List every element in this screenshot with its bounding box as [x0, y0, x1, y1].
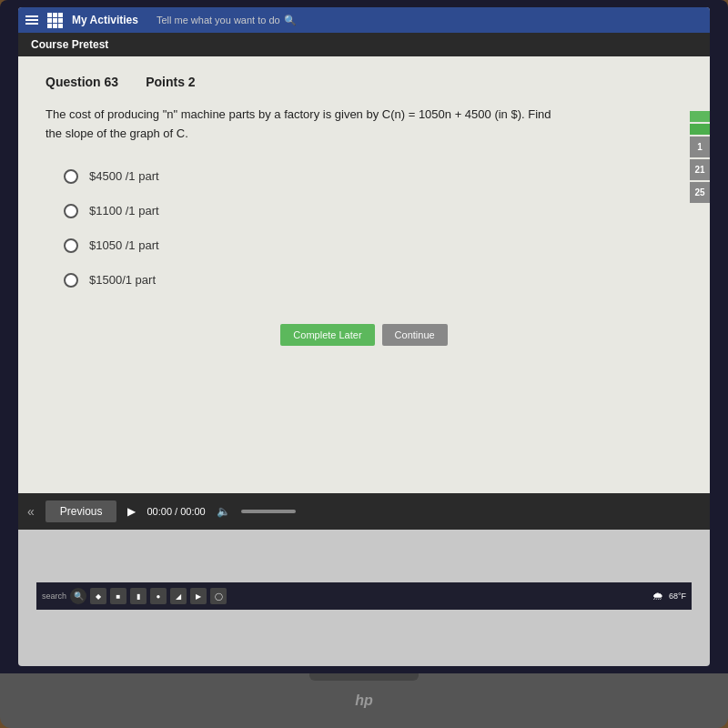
weather-icon: 🌧	[652, 590, 663, 602]
hamburger-icon[interactable]	[25, 15, 38, 25]
taskbar-icon-6[interactable]: ▶	[190, 588, 207, 604]
grid-icon[interactable]	[47, 13, 63, 28]
taskbar-icon-3[interactable]: ▮	[130, 588, 147, 604]
taskbar-icon-4[interactable]: ●	[150, 588, 167, 604]
radio-3[interactable]	[64, 238, 78, 253]
side-btn-green1[interactable]	[690, 111, 710, 122]
continue-button[interactable]: Continue	[382, 324, 448, 346]
progress-bar[interactable]	[241, 510, 296, 513]
side-btn-1[interactable]: 1	[690, 136, 710, 157]
radio-2[interactable]	[64, 204, 78, 218]
time-display: 00:00 / 00:00	[147, 506, 205, 517]
bottom-nav: « Previous ▶ 00:00 / 00:00 🔈	[18, 493, 710, 530]
option-2[interactable]: $1100 /1 part	[64, 204, 682, 218]
question-meta: Question 63 Points 2	[46, 75, 682, 89]
previous-button[interactable]: Previous	[46, 500, 117, 522]
taskbar-right: 🌧 68°F	[652, 590, 686, 602]
taskbar-icon-7[interactable]: ◯	[210, 588, 227, 604]
complete-later-button[interactable]: Complete Later	[280, 324, 374, 346]
taskbar-icon-1[interactable]: ◆	[90, 588, 106, 604]
question-points: Points 2	[146, 75, 195, 89]
option-4-text: $1500/1 part	[89, 273, 156, 287]
search-placeholder: Tell me what you want to do	[157, 15, 280, 25]
top-bar: My Activities Tell me what you want to d…	[18, 7, 710, 33]
question-number: Question 63	[46, 75, 118, 89]
course-title: Course Pretest	[31, 38, 108, 51]
option-3-text: $1050 /1 part	[89, 238, 159, 252]
radio-1[interactable]	[64, 169, 78, 184]
play-icon[interactable]: ▶	[127, 505, 136, 518]
laptop-bottom: hp	[0, 673, 728, 728]
side-buttons: 1 21 25	[690, 111, 710, 203]
nav-arrows-icon: «	[27, 504, 35, 519]
search-icon[interactable]: 🔍	[284, 15, 297, 26]
answer-options: $4500 /1 part $1100 /1 part $1050 /1 par…	[64, 169, 682, 288]
side-btn-green2[interactable]	[690, 124, 710, 135]
option-2-text: $1100 /1 part	[89, 204, 159, 217]
option-3[interactable]: $1050 /1 part	[64, 238, 682, 253]
side-btn-21[interactable]: 21	[690, 159, 710, 180]
main-content: 1 21 25 Question 63 Points 2 The cost of…	[18, 56, 710, 493]
volume-icon[interactable]: 🔈	[217, 505, 230, 518]
question-text: The cost of producing "n" machine parts …	[46, 106, 555, 144]
screen-area: My Activities Tell me what you want to d…	[18, 7, 710, 666]
option-1-text: $4500 /1 part	[89, 169, 159, 183]
option-1[interactable]: $4500 /1 part	[64, 169, 682, 184]
option-4[interactable]: $1500/1 part	[64, 273, 682, 288]
course-header: Course Pretest	[18, 33, 710, 56]
side-btn-25[interactable]: 25	[690, 182, 710, 203]
temperature: 68°F	[669, 592, 686, 601]
radio-4[interactable]	[64, 273, 78, 288]
laptop-notch	[309, 673, 419, 681]
taskbar-icon-5[interactable]: ◢	[170, 588, 187, 604]
activities-title[interactable]: My Activities	[72, 14, 138, 26]
taskbar-icon-2[interactable]: ■	[110, 588, 126, 604]
win-taskbar: search 🔍 ◆ ■ ▮ ● ◢ ▶ ◯ 🌧 68°F	[36, 582, 692, 610]
search-area[interactable]: Tell me what you want to do 🔍	[157, 15, 297, 26]
hp-logo: hp	[355, 693, 373, 709]
taskbar-search-icon[interactable]: 🔍	[70, 588, 86, 604]
action-buttons: Complete Later Continue	[46, 324, 682, 346]
taskbar-search-label: search	[42, 592, 66, 601]
laptop-screen: My Activities Tell me what you want to d…	[0, 0, 728, 673]
